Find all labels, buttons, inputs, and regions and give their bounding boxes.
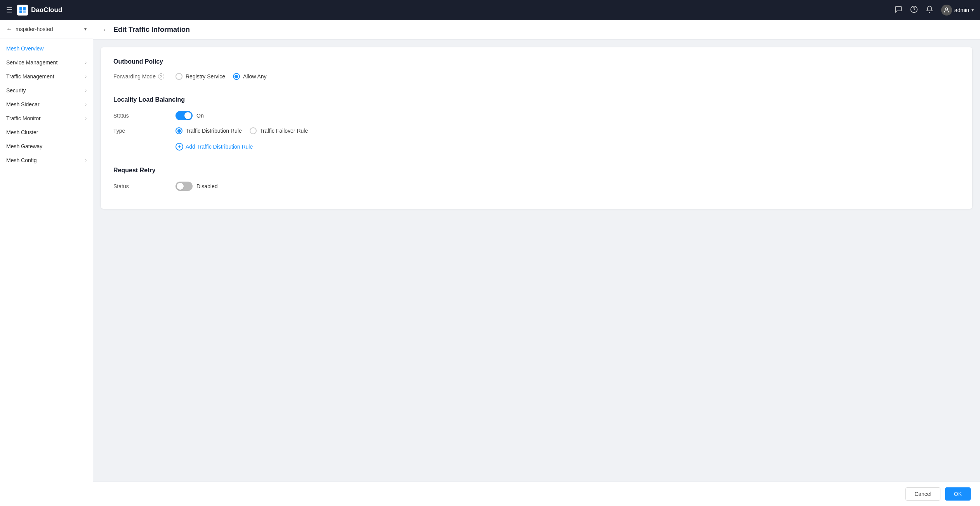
radio-traffic-failover[interactable]: Traffic Failover Rule bbox=[250, 127, 308, 134]
sidebar-item-traffic-management[interactable]: Traffic Management› bbox=[0, 69, 93, 83]
request-retry-status-row: Status Disabled bbox=[113, 182, 960, 191]
content-area: ← Edit Traffic Information Outbound Poli… bbox=[93, 20, 980, 506]
page-back-button[interactable]: ← bbox=[103, 26, 109, 33]
divider-1 bbox=[113, 87, 960, 96]
request-retry-title: Request Retry bbox=[113, 167, 960, 174]
add-rule-label: Add Traffic Distribution Rule bbox=[186, 144, 253, 150]
sidebar-item-label-mesh-gateway: Mesh Gateway bbox=[6, 143, 87, 149]
locality-lb-title: Locality Load Balancing bbox=[113, 96, 960, 103]
sidebar-item-chevron-mesh-config: › bbox=[85, 158, 87, 163]
divider-2 bbox=[113, 158, 960, 167]
radio-allow-any-label: Allow Any bbox=[243, 73, 267, 80]
locality-lb-status-label: Status bbox=[113, 113, 175, 119]
request-retry-status-label: Status bbox=[113, 183, 175, 189]
cancel-button[interactable]: Cancel bbox=[905, 487, 940, 501]
radio-allow-any[interactable]: Allow Any bbox=[233, 73, 267, 80]
sidebar-item-label-service-management: Service Management bbox=[6, 59, 85, 66]
request-retry-toggle[interactable] bbox=[175, 182, 193, 191]
sidebar-item-label-mesh-config: Mesh Config bbox=[6, 157, 85, 163]
sidebar-item-mesh-overview[interactable]: Mesh Overview bbox=[0, 42, 93, 55]
sidebar-item-label-mesh-cluster: Mesh Cluster bbox=[6, 129, 87, 135]
add-rule-row: + Add Traffic Distribution Rule bbox=[175, 141, 960, 151]
logo-area: DaoCloud bbox=[17, 5, 62, 16]
sidebar-item-chevron-traffic-management: › bbox=[85, 74, 87, 79]
request-retry-status-value: Disabled bbox=[196, 183, 217, 189]
sidebar-item-chevron-mesh-sidecar: › bbox=[85, 102, 87, 107]
locality-lb-type-label: Type bbox=[113, 128, 175, 134]
radio-allow-any-circle bbox=[233, 73, 240, 80]
request-retry-section: Request Retry Status Disabled bbox=[113, 167, 960, 191]
hamburger-icon[interactable]: ☰ bbox=[6, 6, 12, 14]
logo-icon bbox=[17, 5, 28, 16]
radio-registry-service[interactable]: Registry Service bbox=[175, 73, 225, 80]
help-icon[interactable] bbox=[910, 5, 918, 15]
outbound-policy-section: Outbound Policy Forwarding Mode ? Regist… bbox=[113, 58, 960, 80]
navbar-left: ☰ DaoCloud bbox=[6, 5, 62, 16]
radio-traffic-failover-label: Traffic Failover Rule bbox=[260, 128, 308, 134]
svg-rect-0 bbox=[19, 7, 22, 10]
workspace-name: mspider-hosted bbox=[16, 26, 53, 32]
forwarding-mode-label: Forwarding Mode ? bbox=[113, 73, 175, 80]
workspace-chevron-icon[interactable]: ▾ bbox=[84, 26, 87, 32]
sidebar-item-label-mesh-overview: Mesh Overview bbox=[6, 45, 87, 52]
sidebar-item-mesh-cluster[interactable]: Mesh Cluster bbox=[0, 125, 93, 139]
outbound-policy-title: Outbound Policy bbox=[113, 58, 960, 65]
sidebar-header: ← mspider-hosted ▾ bbox=[0, 20, 93, 38]
content-scroll: Outbound Policy Forwarding Mode ? Regist… bbox=[93, 40, 980, 482]
radio-traffic-failover-circle bbox=[250, 127, 257, 134]
user-name: admin bbox=[954, 7, 969, 13]
radio-traffic-distribution-circle bbox=[175, 127, 182, 134]
forwarding-mode-options: Registry Service Allow Any bbox=[175, 73, 267, 80]
user-chevron-icon: ▾ bbox=[971, 7, 974, 13]
radio-registry-service-circle bbox=[175, 73, 182, 80]
toggle-knob bbox=[184, 112, 191, 119]
page-footer: Cancel OK bbox=[93, 482, 980, 506]
main-card: Outbound Policy Forwarding Mode ? Regist… bbox=[101, 47, 972, 209]
sidebar-item-chevron-security: › bbox=[85, 88, 87, 93]
sidebar-item-label-security: Security bbox=[6, 87, 85, 94]
svg-rect-1 bbox=[23, 7, 26, 10]
sidebar-item-security[interactable]: Security› bbox=[0, 83, 93, 97]
workspace-back-arrow[interactable]: ← bbox=[6, 26, 12, 33]
sidebar-item-service-management[interactable]: Service Management› bbox=[0, 55, 93, 69]
sidebar-nav: Mesh OverviewService Management›Traffic … bbox=[0, 38, 93, 170]
bell-icon[interactable] bbox=[926, 5, 933, 15]
sidebar-item-traffic-monitor[interactable]: Traffic Monitor› bbox=[0, 111, 93, 125]
locality-lb-toggle[interactable] bbox=[175, 111, 193, 120]
locality-lb-type-row: Type Traffic Distribution Rule Traffic F… bbox=[113, 127, 960, 134]
radio-traffic-distribution-label: Traffic Distribution Rule bbox=[186, 128, 242, 134]
sidebar-item-mesh-gateway[interactable]: Mesh Gateway bbox=[0, 139, 93, 153]
navbar-right: admin ▾ bbox=[895, 5, 974, 16]
page-header: ← Edit Traffic Information bbox=[93, 20, 980, 40]
brand-name: DaoCloud bbox=[31, 6, 62, 14]
locality-lb-type-options: Traffic Distribution Rule Traffic Failov… bbox=[175, 127, 308, 134]
add-plus-icon: + bbox=[175, 143, 183, 151]
radio-registry-service-label: Registry Service bbox=[186, 73, 225, 80]
toggle-knob-retry bbox=[177, 183, 184, 190]
forwarding-mode-help-icon[interactable]: ? bbox=[158, 73, 164, 80]
sidebar-item-label-mesh-sidecar: Mesh Sidecar bbox=[6, 101, 85, 107]
sidebar-item-label-traffic-management: Traffic Management bbox=[6, 73, 85, 80]
sidebar: ← mspider-hosted ▾ Mesh OverviewService … bbox=[0, 20, 93, 506]
locality-lb-section: Locality Load Balancing Status On Type bbox=[113, 96, 960, 151]
svg-rect-3 bbox=[23, 10, 26, 13]
request-retry-toggle-wrap: Disabled bbox=[175, 182, 217, 191]
avatar bbox=[941, 5, 952, 16]
forwarding-mode-row: Forwarding Mode ? Registry Service Allow… bbox=[113, 73, 960, 80]
page-title: Edit Traffic Information bbox=[113, 26, 190, 34]
sidebar-item-chevron-traffic-monitor: › bbox=[85, 116, 87, 121]
locality-lb-toggle-wrap: On bbox=[175, 111, 204, 120]
svg-rect-2 bbox=[19, 10, 22, 13]
svg-point-6 bbox=[945, 8, 947, 10]
sidebar-item-chevron-service-management: › bbox=[85, 60, 87, 65]
navbar: ☰ DaoCloud admin bbox=[0, 0, 980, 20]
user-area[interactable]: admin ▾ bbox=[941, 5, 974, 16]
sidebar-item-mesh-config[interactable]: Mesh Config› bbox=[0, 153, 93, 167]
sidebar-item-mesh-sidecar[interactable]: Mesh Sidecar› bbox=[0, 97, 93, 111]
chat-icon[interactable] bbox=[895, 5, 902, 15]
locality-lb-status-value: On bbox=[196, 113, 204, 119]
ok-button[interactable]: OK bbox=[945, 487, 971, 501]
add-traffic-distribution-rule-button[interactable]: + Add Traffic Distribution Rule bbox=[175, 143, 253, 151]
main-layout: ← mspider-hosted ▾ Mesh OverviewService … bbox=[0, 20, 980, 506]
radio-traffic-distribution[interactable]: Traffic Distribution Rule bbox=[175, 127, 242, 134]
